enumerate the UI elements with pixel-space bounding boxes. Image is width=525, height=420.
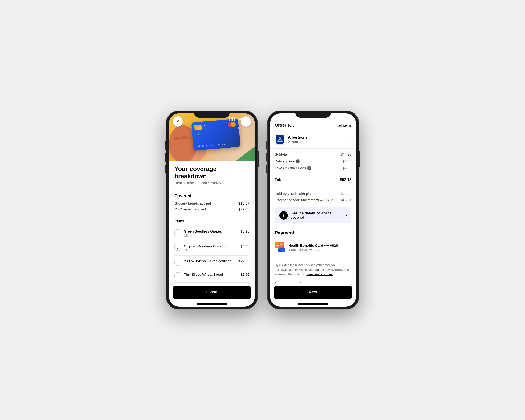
item-row-0: 1 Green Seedless Grapes 1lb $5.25 bbox=[174, 226, 249, 241]
item-price-2: $22.55 bbox=[238, 259, 249, 263]
sparkle-1: ✦ bbox=[203, 124, 206, 127]
info-icon-btn[interactable]: i bbox=[241, 116, 251, 127]
item-price-0: $5.25 bbox=[240, 229, 249, 233]
item-name-1: Organic Mandarin Oranges bbox=[184, 244, 238, 248]
item-price-3: $2.95 bbox=[240, 272, 249, 276]
taxes-label: Taxes & Other Fees bbox=[275, 166, 306, 170]
home-indicator-1 bbox=[197, 303, 227, 305]
subtotal-value: $44.20 bbox=[341, 152, 351, 156]
svg-rect-2 bbox=[174, 137, 181, 140]
item-desc-1: 1lb bbox=[184, 249, 238, 252]
item-qty-0: 1 bbox=[174, 229, 181, 236]
details-chevron-icon: › bbox=[346, 213, 347, 217]
coverage-subtitle: Health Benefits Card ••••0826 bbox=[174, 181, 249, 185]
benefit-amount-1: -$15.67 bbox=[237, 201, 249, 205]
item-row-1: 1 Organic Mandarin Oranges 1lb $5.25 bbox=[174, 241, 249, 256]
payment-section: Payment bbox=[270, 226, 356, 260]
details-btn-text: See the details of what's covered bbox=[291, 211, 343, 220]
items-header: Items bbox=[174, 219, 249, 223]
paid-by-plan-label: Paid by your health plan bbox=[275, 192, 313, 196]
legal-paragraph-2: By placing your order, you agree that th… bbox=[275, 281, 351, 283]
item-info-3: Thin Sliced Wheat Bread bbox=[184, 272, 238, 277]
item-price-1: $5.25 bbox=[240, 244, 249, 248]
paid-section: Paid by your health plan $38.22 Charged … bbox=[270, 189, 356, 207]
benefit-amount-2: -$22.55 bbox=[237, 207, 249, 211]
bg-sparkle-1: ✦ bbox=[237, 125, 241, 131]
payment-title: Payment bbox=[275, 230, 351, 236]
payment-name: Health Benefits Card •••• 0826 bbox=[288, 243, 347, 247]
item-name-3: Thin Sliced Wheat Bread bbox=[184, 272, 238, 276]
phone-2: Order s… ad items A Albertsons bbox=[267, 111, 359, 309]
benefit-label-1: Grocery benefit applied bbox=[174, 201, 211, 205]
details-btn-wrap: i See the details of what's covered › bbox=[270, 207, 356, 226]
close-button[interactable]: Close bbox=[173, 286, 251, 299]
phone-2-inner: Order s… ad items A Albertsons bbox=[270, 113, 356, 307]
close-btn-bar: Close bbox=[169, 283, 255, 302]
bg-sparkle-2: ✦ bbox=[197, 132, 200, 136]
details-info-icon: i bbox=[280, 211, 288, 220]
delivery-label: Delivery Fee bbox=[275, 159, 294, 163]
phone-1: 9:41 ▌▌▌ WiFi ⬤ bbox=[166, 111, 258, 309]
heart-icon bbox=[276, 245, 280, 247]
benefit-row-2: OTC benefit applied -$22.55 bbox=[174, 207, 249, 211]
benefit-label-2: OTC benefit applied bbox=[174, 207, 206, 211]
sparkle-2: ✦ bbox=[198, 146, 200, 148]
item-row-2: 1 200 pk Tylenol Fever Reducer $22.55 bbox=[174, 256, 249, 269]
charged-to-label: Charged to your Mastercard •••• 1234 bbox=[275, 198, 333, 202]
store-name: Albertsons bbox=[288, 135, 349, 140]
notch-1 bbox=[194, 111, 230, 118]
payment-chevron-icon: › bbox=[350, 246, 351, 249]
store-items: 6 items bbox=[288, 140, 349, 143]
charged-to-value: $13.81 bbox=[341, 198, 351, 202]
taxes-row: Taxes & Other Fees i $5.83 bbox=[275, 166, 351, 170]
subtotal-row: Subtotal $44.20 bbox=[275, 152, 351, 156]
next-btn-bar: Next bbox=[270, 283, 356, 302]
details-coverage-button[interactable]: i See the details of what's covered › bbox=[275, 207, 351, 224]
store-chevron-icon[interactable]: ⌄ bbox=[349, 138, 351, 141]
paid-by-plan-row: Paid by your health plan $38.22 bbox=[275, 192, 351, 196]
item-info-1: Organic Mandarin Oranges 1lb bbox=[184, 244, 238, 252]
home-indicator-2 bbox=[298, 303, 328, 305]
delivery-info-icon[interactable]: i bbox=[296, 159, 300, 163]
item-qty-3: 1 bbox=[174, 272, 181, 279]
taxes-value: $5.83 bbox=[343, 166, 351, 170]
store-info: Albertsons 6 items bbox=[288, 135, 349, 143]
phones-container: 9:41 ▌▌▌ WiFi ⬤ bbox=[166, 111, 359, 309]
divider-2 bbox=[174, 215, 249, 215]
total-label: Total bbox=[275, 178, 283, 182]
order-summary: Subtotal $44.20 Delivery Fee i $2.00 Tax… bbox=[270, 149, 356, 189]
health-card-icon bbox=[275, 242, 284, 248]
delivery-label-wrap: Delivery Fee i bbox=[275, 159, 300, 163]
hero-green bbox=[236, 146, 255, 160]
partial-header-title: Order s… bbox=[275, 123, 294, 128]
delivery-row: Delivery Fee i $2.00 bbox=[275, 159, 351, 163]
payment-sub: + Mastercard ••• 1234 bbox=[288, 248, 347, 252]
total-value: $52.13 bbox=[340, 178, 351, 182]
notch-2 bbox=[295, 111, 331, 118]
partial-header-link[interactable]: ad items bbox=[338, 123, 351, 127]
next-button[interactable]: Next bbox=[274, 286, 352, 299]
payment-info: Health Benefits Card •••• 0826 + Masterc… bbox=[288, 243, 347, 252]
delivery-value: $2.00 bbox=[343, 159, 351, 163]
item-row-3: 1 Thin Sliced Wheat Bread $2.95 bbox=[174, 269, 249, 282]
coverage-title: Your coverage breakdown bbox=[174, 165, 249, 180]
terms-link[interactable]: View Terms of Use. bbox=[306, 272, 333, 276]
total-row: Total $52.13 bbox=[275, 178, 351, 182]
svg-rect-3 bbox=[181, 136, 188, 139]
payment-method[interactable]: Health Benefits Card •••• 0826 + Masterc… bbox=[275, 239, 351, 256]
item-info-0: Green Seedless Grapes 1lb bbox=[184, 229, 238, 237]
summary-divider bbox=[275, 174, 351, 174]
mastercard-small-icon bbox=[278, 248, 285, 253]
chip-icon bbox=[194, 125, 202, 131]
covered-header: Covered bbox=[174, 194, 249, 198]
item-name-0: Green Seedless Grapes bbox=[184, 229, 238, 233]
store-header: A Albertsons 6 items ⌄ bbox=[270, 131, 356, 149]
taxes-info-icon[interactable]: i bbox=[308, 166, 311, 170]
item-qty-1: 1 bbox=[174, 244, 181, 251]
phone-1-inner: 9:41 ▌▌▌ WiFi ⬤ bbox=[169, 113, 255, 307]
legal-text: By clicking the button to place your ord… bbox=[270, 260, 356, 283]
legal-paragraph-1: By clicking the button to place your ord… bbox=[275, 263, 351, 277]
close-icon-btn[interactable]: ✕ bbox=[173, 116, 183, 127]
benefit-row-1: Grocery benefit applied -$15.67 bbox=[174, 201, 249, 205]
albertsons-logo-svg: A bbox=[276, 135, 284, 144]
